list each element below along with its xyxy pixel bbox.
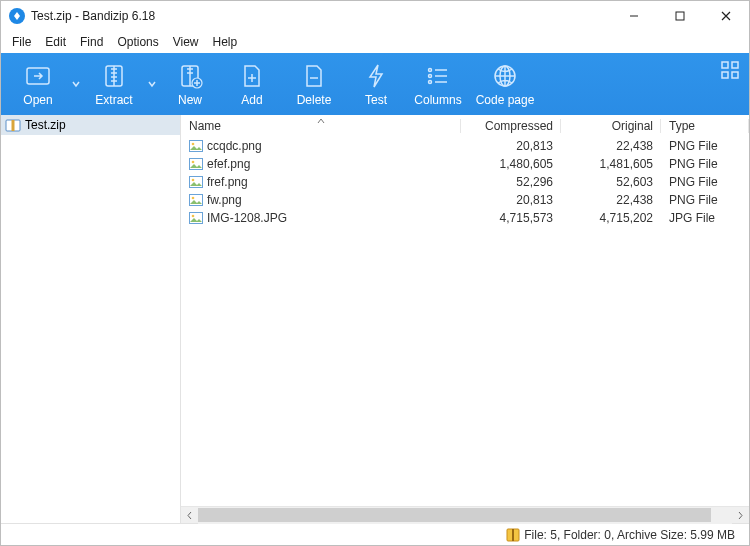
application-window: Test.zip - Bandizip 6.18 File Edit Find … <box>0 0 750 546</box>
cell-compressed: 20,813 <box>461 137 561 155</box>
table-row[interactable]: ccqdc.png20,81322,438PNG File <box>181 137 749 155</box>
svg-point-5 <box>429 69 432 72</box>
archive-status-icon <box>502 528 524 542</box>
add-button[interactable]: Add <box>221 53 283 115</box>
svg-rect-0 <box>676 12 684 20</box>
cell-compressed: 4,715,573 <box>461 209 561 227</box>
image-file-icon <box>189 158 203 170</box>
delete-icon <box>302 61 326 91</box>
svg-point-20 <box>192 179 195 182</box>
svg-point-7 <box>429 81 432 84</box>
scroll-track[interactable] <box>198 507 732 524</box>
add-icon <box>240 61 264 91</box>
file-pane: Name Compressed Original Type ccqdc.png2… <box>181 115 749 523</box>
columns-button[interactable]: Columns <box>407 53 469 115</box>
column-compressed[interactable]: Compressed <box>461 115 561 137</box>
toolbar: Open Extract New Add <box>1 53 749 115</box>
cell-type: PNG File <box>661 155 749 173</box>
table-row[interactable]: fw.png20,81322,438PNG File <box>181 191 749 209</box>
menu-view[interactable]: View <box>166 33 206 51</box>
cell-compressed: 52,296 <box>461 173 561 191</box>
table-row[interactable]: efef.png1,480,6051,481,605PNG File <box>181 155 749 173</box>
table-row[interactable]: fref.png52,29652,603PNG File <box>181 173 749 191</box>
grid-icon <box>721 65 739 82</box>
extract-icon <box>100 61 128 91</box>
cell-original: 1,481,605 <box>561 155 661 173</box>
minimize-button[interactable] <box>611 1 657 31</box>
cell-original: 52,603 <box>561 173 661 191</box>
titlebar: Test.zip - Bandizip 6.18 <box>1 1 749 31</box>
statusbar: File: 5, Folder: 0, Archive Size: 5.99 M… <box>1 523 749 545</box>
globe-icon <box>492 61 518 91</box>
window-title: Test.zip - Bandizip 6.18 <box>31 9 155 23</box>
scroll-right-icon[interactable] <box>732 507 749 524</box>
menu-file[interactable]: File <box>5 33 38 51</box>
menubar: File Edit Find Options View Help <box>1 31 749 53</box>
svg-rect-11 <box>732 62 738 68</box>
main-area: Test.zip Name Compressed <box>1 115 749 523</box>
svg-point-16 <box>192 143 195 146</box>
svg-point-22 <box>192 197 195 200</box>
cell-original: 4,715,202 <box>561 209 661 227</box>
extract-dropdown[interactable] <box>145 53 159 115</box>
image-file-icon <box>189 194 203 206</box>
table-row[interactable]: IMG-1208.JPG4,715,5734,715,202JPG File <box>181 209 749 227</box>
tree-root[interactable]: Test.zip <box>1 115 180 135</box>
cell-name: fw.png <box>181 191 461 209</box>
cell-name: ccqdc.png <box>181 137 461 155</box>
column-type[interactable]: Type <box>661 115 749 137</box>
svg-point-24 <box>192 215 195 218</box>
menu-help[interactable]: Help <box>206 33 245 51</box>
cell-compressed: 1,480,605 <box>461 155 561 173</box>
column-original[interactable]: Original <box>561 115 661 137</box>
svg-rect-10 <box>722 62 728 68</box>
cell-original: 22,438 <box>561 137 661 155</box>
view-switch-button[interactable] <box>721 61 739 83</box>
image-file-icon <box>189 176 203 188</box>
cell-type: PNG File <box>661 173 749 191</box>
svg-rect-13 <box>732 72 738 78</box>
codepage-button[interactable]: Code page <box>469 53 541 115</box>
test-icon <box>365 61 387 91</box>
cell-original: 22,438 <box>561 191 661 209</box>
tree-root-label: Test.zip <box>25 118 66 132</box>
status-text: File: 5, Folder: 0, Archive Size: 5.99 M… <box>524 528 749 542</box>
window-controls <box>611 1 749 31</box>
image-file-icon <box>189 140 203 152</box>
extract-button[interactable]: Extract <box>83 53 145 115</box>
cell-type: PNG File <box>661 137 749 155</box>
svg-rect-12 <box>722 72 728 78</box>
archive-tree: Test.zip <box>1 115 181 523</box>
image-file-icon <box>189 212 203 224</box>
menu-options[interactable]: Options <box>110 33 165 51</box>
cell-type: PNG File <box>661 191 749 209</box>
open-button[interactable]: Open <box>7 53 69 115</box>
open-icon <box>24 61 52 91</box>
maximize-button[interactable] <box>657 1 703 31</box>
cell-compressed: 20,813 <box>461 191 561 209</box>
cell-name: efef.png <box>181 155 461 173</box>
svg-point-18 <box>192 161 195 164</box>
horizontal-scrollbar[interactable] <box>181 506 749 523</box>
svg-point-6 <box>429 75 432 78</box>
columns-icon <box>425 61 451 91</box>
cell-name: IMG-1208.JPG <box>181 209 461 227</box>
delete-button[interactable]: Delete <box>283 53 345 115</box>
archive-icon <box>5 118 21 132</box>
new-icon <box>177 61 203 91</box>
scroll-thumb[interactable] <box>198 508 711 522</box>
file-list: Name Compressed Original Type ccqdc.png2… <box>181 115 749 506</box>
scroll-left-icon[interactable] <box>181 507 198 524</box>
app-icon <box>9 8 25 24</box>
close-button[interactable] <box>703 1 749 31</box>
test-button[interactable]: Test <box>345 53 407 115</box>
column-name[interactable]: Name <box>181 115 461 137</box>
cell-name: fref.png <box>181 173 461 191</box>
menu-find[interactable]: Find <box>73 33 110 51</box>
new-button[interactable]: New <box>159 53 221 115</box>
open-dropdown[interactable] <box>69 53 83 115</box>
menu-edit[interactable]: Edit <box>38 33 73 51</box>
sort-asc-icon <box>317 115 325 127</box>
cell-type: JPG File <box>661 209 749 227</box>
